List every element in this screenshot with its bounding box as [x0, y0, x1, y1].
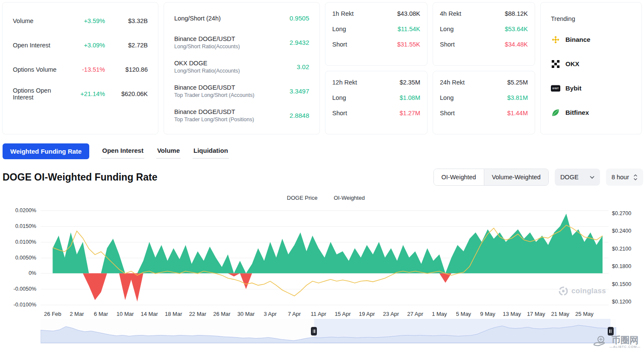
ratio-row: Binance DOGE/USDT Long/Short Ratio(Accou… [174, 30, 309, 55]
x-axis-label: 30 Mar [237, 311, 255, 317]
binance-icon [551, 35, 560, 44]
y-axis-label-left: 0.0200% [2, 207, 36, 213]
y-axis-label-left: -0.0050% [2, 286, 36, 292]
ratio-value: 3.3497 [290, 88, 309, 95]
trending-list: Binance OKX BYB!T Bybit Bitfinex [551, 27, 631, 125]
x-axis-label: 25 May [575, 311, 594, 317]
site-watermark-text: 币圈网 —ALIBTC.COM— [609, 335, 641, 349]
title-row: DOGE OI-Weighted Funding Rate OI-Weighte… [3, 168, 644, 187]
ratio-label: OKX DOGE [174, 60, 297, 67]
stat-value: $120.86 [105, 66, 148, 73]
bybit-icon: BYB!T [551, 84, 560, 93]
y-axis-label-right: $0.2700 [612, 210, 643, 216]
chevron-down-icon [590, 176, 594, 179]
weighting-toggle-option[interactable]: Volume-Weighted [484, 169, 548, 185]
stat-label: Open Interest [13, 42, 72, 49]
x-axis-label: 27 Apr [407, 311, 423, 317]
y-axis-label-left: 0.0150% [2, 223, 36, 229]
x-axis-label: 21 May [551, 311, 569, 317]
chart-navigator[interactable] [41, 319, 616, 344]
trending-exchange-item[interactable]: OKX [551, 52, 631, 76]
trending-exchange-item[interactable]: Binance [551, 27, 631, 52]
navigator-right-handle[interactable] [608, 327, 614, 335]
ratio-sublabel: Long/Short Ratio(Accounts) [174, 44, 290, 50]
y-axis-label-right: $0.1200 [612, 299, 643, 305]
tab[interactable]: Open Interest [101, 143, 144, 159]
rekt-total: $43.08K [397, 10, 420, 17]
exchange-name: Bitfinex [565, 109, 589, 116]
chart-plot-area[interactable] [41, 210, 609, 305]
rekt-long-label: Long [440, 26, 454, 32]
weighting-toggle-option[interactable]: OI-Weighted [434, 169, 484, 185]
stat-row: Options Open Interest +21.14% $620.06K [13, 82, 148, 106]
rekt-title: 24h Rekt [440, 79, 465, 86]
stat-row: Options Volume -13.51% $120.86 [13, 57, 148, 82]
rekt-short-value: $34.48K [505, 41, 528, 48]
coinglass-watermark: coinglass [559, 286, 606, 296]
y-axis-label-left: 0% [2, 270, 36, 276]
trending-exchange-item[interactable]: Bitfinex [551, 100, 631, 125]
trending-card: Trending Binance OKX BYB!T Bybit Bitfine… [540, 2, 642, 134]
y-axis-label-left: 0.0100% [2, 239, 36, 245]
stat-change: +21.14% [72, 90, 105, 97]
x-axis-label: 23 Apr [383, 311, 399, 317]
sort-arrows-icon [633, 174, 638, 181]
tab[interactable]: Liquidation [193, 143, 229, 159]
stat-value: $620.06K [105, 90, 148, 97]
y-axis-label-left: -0.0100% [2, 302, 36, 308]
ratio-label: Long/Short (24h) [174, 15, 290, 22]
site-logo-icon [592, 335, 607, 349]
ratio-row: Binance DOGE/USDT Top Trader Long/Short … [174, 103, 309, 128]
ratio-value: 0.9505 [290, 15, 309, 22]
ratio-value: 2.9432 [290, 39, 309, 46]
interval-select[interactable]: 8 hour [606, 169, 643, 186]
rekt-title: 12h Rekt [332, 79, 357, 86]
rekt-total: $88.12K [505, 10, 528, 17]
site-watermark: 币圈网 —ALIBTC.COM— [592, 335, 641, 349]
legend-item[interactable]: OI-Weighted [326, 195, 365, 201]
y-axis-label-left: 0.0050% [2, 255, 36, 261]
rekt-title: 1h Rekt [332, 10, 354, 17]
rekt-title: 4h Rekt [440, 10, 461, 17]
x-axis-label: 17 May [527, 311, 545, 317]
x-axis-label: 9 May [480, 311, 495, 317]
tab-bar: Weighted Funding Rate Open Interest Volu… [3, 143, 644, 159]
x-axis-label: 18 Mar [165, 311, 182, 317]
rekt-card: 12h Rekt $2.35M Long $1.08M Short $1.27M [325, 71, 427, 134]
x-axis-label: 6 Mar [94, 311, 108, 317]
stat-change: +3.09% [72, 42, 105, 49]
x-axis-label: 14 Mar [141, 311, 158, 317]
exchange-name: Binance [565, 36, 590, 43]
rekt-card: 4h Rekt $88.12K Long $53.64K Short $34.4… [433, 2, 535, 66]
coin-select[interactable]: DOGE [555, 169, 600, 186]
stat-value: $2.72B [105, 42, 148, 49]
coinglass-watermark-text: coinglass [571, 287, 606, 295]
x-axis-label: 26 Mar [213, 311, 230, 317]
ratio-label: Binance DOGE/USDT [174, 108, 290, 115]
rekt-total: $5.25M [507, 79, 528, 86]
legend-item[interactable]: DOGE Price [279, 195, 318, 201]
funding-rate-chart[interactable]: coinglass 0.0200%0.0150%0.0100%0.0050%0%… [0, 205, 644, 316]
y-axis-label-right: $0.1800 [612, 263, 643, 269]
rekt-column-2: 4h Rekt $88.12K Long $53.64K Short $34.4… [433, 2, 535, 134]
exchange-name: OKX [565, 60, 580, 67]
legend-label: OI-Weighted [334, 195, 365, 201]
tab[interactable]: Volume [156, 143, 181, 159]
ratio-value: 3.02 [297, 63, 309, 70]
stat-label: Options Volume [13, 66, 72, 73]
ratio-row: Binance DOGE/USDT Top Trader Long/Short … [174, 79, 309, 103]
x-axis-label: 1 May [432, 311, 447, 317]
interval-select-value: 8 hour [612, 174, 629, 181]
weighting-toggle: OI-Weighted Volume-Weighted [433, 169, 549, 186]
x-axis-label: 13 May [503, 311, 521, 317]
x-axis-label: 11 Apr [311, 311, 327, 317]
y-axis-label-right: $0.1500 [612, 281, 643, 287]
tab[interactable]: Weighted Funding Rate [3, 143, 89, 159]
trending-exchange-item[interactable]: BYB!T Bybit [551, 76, 631, 100]
navigator-left-handle[interactable] [311, 327, 317, 335]
rekt-short-value: $1.27M [400, 110, 420, 117]
page-title: DOGE OI-Weighted Funding Rate [3, 172, 157, 183]
top-cards: Volume +3.59% $3.32B Open Interest +3.09… [0, 0, 644, 134]
page: Volume +3.59% $3.32B Open Interest +3.09… [0, 0, 644, 350]
y-axis-label-right: $0.2100 [612, 246, 643, 252]
